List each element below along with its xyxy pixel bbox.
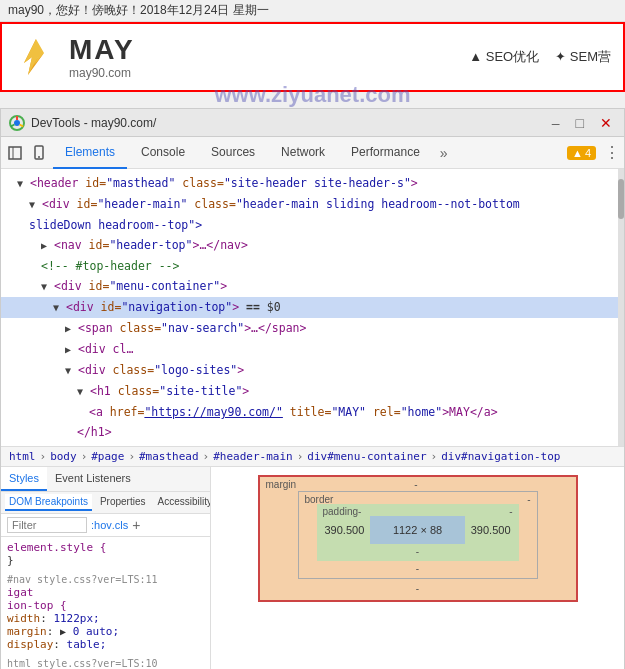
menu-dots[interactable]: ⋮ [604, 143, 620, 162]
dom-comment-line: <!-- #top-header --> [1, 256, 624, 276]
box-content: 1122 × 88 [370, 516, 464, 544]
dom-line[interactable]: ▼ <h1 class="site-title"> [1, 381, 624, 402]
collapse-arrow[interactable]: ▼ [17, 178, 23, 189]
header-nav: ▲ SEO优化 ✦ SEM营 [469, 48, 611, 66]
logo-url: may90.com [69, 66, 135, 80]
nav-seo[interactable]: ▲ SEO优化 [469, 48, 539, 66]
logo-icon [14, 35, 59, 80]
breadcrumb-bar: html › body › #page › #masthead › #heade… [1, 447, 624, 467]
style-prop-width: width: 1122px; [7, 612, 204, 625]
panel-tabs: Styles Event Listeners [1, 467, 210, 492]
dom-line[interactable]: ▼ <div id="menu-container"> [1, 276, 624, 297]
collapse-arrow[interactable]: ▼ [29, 199, 35, 210]
collapse-arrow[interactable]: ▶ [41, 240, 47, 251]
devtools-toolbar: Elements Console Sources Network Perform… [1, 137, 624, 169]
dom-line[interactable]: <a href="https://may90.com/" title="MAY"… [1, 402, 624, 422]
dom-panel: ▼ <header id="masthead" class="site-head… [1, 169, 624, 447]
logo-title: MAY [69, 34, 135, 66]
margin-bottom-dash: - [268, 583, 568, 594]
devtools-title: DevTools - may90.com/ [31, 116, 156, 130]
tab-styles[interactable]: Styles [1, 467, 47, 491]
style-content: element.style { } #nav style.css?ver=LTS… [1, 537, 210, 669]
left-value: 390.500 [325, 524, 365, 536]
style-filter: :hov .cls + [1, 514, 210, 537]
svg-rect-7 [9, 147, 21, 159]
breadcrumb-menu-container[interactable]: div#menu-container [307, 450, 426, 463]
dom-line[interactable]: ▶ <div cl… [1, 339, 624, 360]
panel-tabs-row2: DOM Breakpoints Properties Accessibility [1, 492, 210, 514]
tab-properties[interactable]: Properties [96, 494, 150, 511]
dom-line-highlighted[interactable]: ▼ <div id="navigation-top"> == $0 [1, 297, 624, 318]
inspect-icon[interactable] [5, 143, 25, 163]
collapse-arrow[interactable]: ▼ [77, 386, 83, 397]
breadcrumb-header-main[interactable]: #header-main [213, 450, 292, 463]
padding-dash: - [509, 506, 512, 517]
border-bottom-dash: - [307, 563, 529, 574]
collapse-arrow[interactable]: ▶ [65, 323, 71, 334]
tab-dom-breakpoints[interactable]: DOM Breakpoints [5, 494, 92, 511]
style-selector: element.style { [7, 541, 204, 554]
scroll-indicator[interactable] [618, 169, 624, 446]
dom-line[interactable]: ▼ <div id="header-main" class="header-ma… [1, 194, 624, 215]
breadcrumb-page[interactable]: #page [91, 450, 124, 463]
svg-point-3 [14, 120, 20, 126]
box-model: margin - border - padding- - 390.500 [258, 475, 578, 602]
breadcrumb-navigation-top[interactable]: div#navigation-top [441, 450, 560, 463]
filter-hov[interactable]: :hov [91, 519, 112, 531]
style-selector-nav2: ion-top { [7, 599, 204, 612]
padding-label: padding- [323, 506, 362, 517]
nav-sem[interactable]: ✦ SEM营 [555, 48, 611, 66]
scroll-thumb[interactable] [618, 179, 624, 219]
tab-elements[interactable]: Elements [53, 137, 127, 169]
margin-value: - [414, 479, 417, 490]
tab-network[interactable]: Network [269, 137, 337, 169]
style-rule-element: element.style { } [7, 541, 204, 567]
dom-line: slideDown headroom--top"> [1, 215, 624, 235]
collapse-arrow[interactable]: ▼ [65, 365, 71, 376]
box-model-panel: margin - border - padding- - 390.500 [211, 467, 624, 669]
devtools-title-buttons[interactable]: – □ ✕ [548, 115, 616, 131]
devtools-titlebar: DevTools - may90.com/ – □ ✕ [1, 109, 624, 137]
warning-count: 4 [585, 147, 591, 159]
logo-area: MAY may90.com [14, 34, 135, 80]
tab-sources[interactable]: Sources [199, 137, 267, 169]
tab-console[interactable]: Console [129, 137, 197, 169]
device-icon[interactable] [29, 143, 49, 163]
margin-label: margin [266, 479, 297, 490]
dom-line[interactable]: ▼ <header id="masthead" class="site-head… [1, 173, 624, 194]
filter-input[interactable] [7, 517, 87, 533]
dom-line[interactable]: ▼ <div class="logo-sites"> [1, 360, 624, 381]
greeting-bar: may90，您好！傍晚好！2018年12月24日 星期一 [0, 0, 625, 22]
collapse-arrow[interactable]: ▼ [53, 302, 59, 313]
tab-accessibility[interactable]: Accessibility [154, 494, 212, 511]
box-border: border - padding- - 390.500 1122 × [298, 491, 538, 579]
dom-line[interactable]: ▶ <nav id="header-top">…</nav> [1, 235, 624, 256]
style-rule-nav: #nav style.css?ver=LTS:11 igat ion-top {… [7, 573, 204, 651]
box-padding: padding- - 390.500 1122 × 88 390.500 [317, 504, 519, 561]
tab-event-listeners[interactable]: Event Listeners [47, 467, 139, 491]
collapse-arrow[interactable]: ▼ [41, 281, 47, 292]
tab-more[interactable]: » [434, 145, 454, 161]
collapse-arrow[interactable]: ▶ [65, 344, 71, 355]
breadcrumb-masthead[interactable]: #masthead [139, 450, 199, 463]
website-header: MAY may90.com ▲ SEO优化 ✦ SEM营 [0, 22, 625, 92]
close-button[interactable]: ✕ [596, 115, 616, 131]
warning-badge[interactable]: ▲ 4 [567, 146, 596, 160]
chrome-icon [9, 115, 25, 131]
devtools-window: DevTools - may90.com/ – □ ✕ Elements Con… [0, 108, 625, 669]
style-selector-nav: igat [7, 586, 204, 599]
style-close: } [7, 554, 204, 567]
style-prop-display: display: table; [7, 638, 204, 651]
devtools-toolbar-right: ▲ 4 ⋮ [567, 143, 620, 162]
breadcrumb-body[interactable]: body [50, 450, 77, 463]
minimize-button[interactable]: – [548, 115, 564, 131]
bottom-panel: Styles Event Listeners DOM Breakpoints P… [1, 467, 624, 669]
maximize-button[interactable]: □ [572, 115, 588, 131]
padding-bottom-dash: - [325, 546, 511, 557]
tab-performance[interactable]: Performance [339, 137, 432, 169]
breadcrumb-html[interactable]: html [9, 450, 36, 463]
devtools-title-left: DevTools - may90.com/ [9, 115, 156, 131]
dom-line[interactable]: ▶ <span class="nav-search">…</span> [1, 318, 624, 339]
filter-plus[interactable]: + [132, 517, 140, 533]
filter-cls[interactable]: .cls [112, 519, 129, 531]
